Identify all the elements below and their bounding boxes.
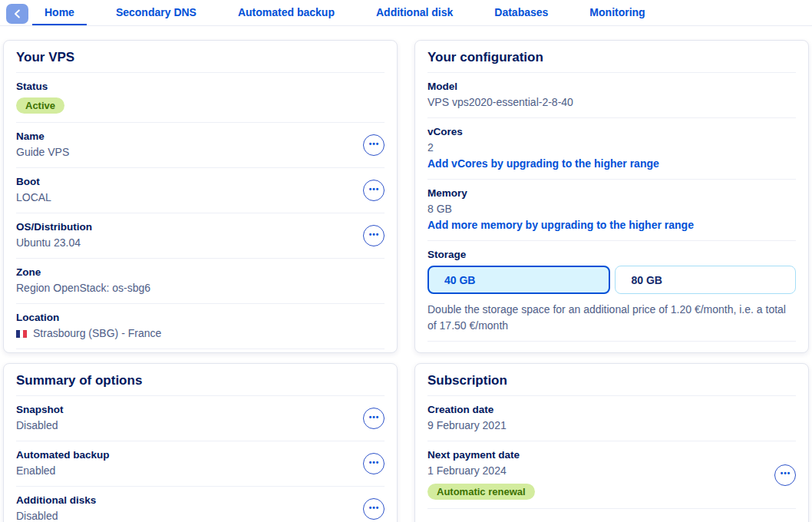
os-value: Ubuntu 23.04 bbox=[16, 236, 385, 249]
status-badge: Active bbox=[16, 97, 64, 114]
os-row: OS/Distribution Ubuntu 23.04 ••• bbox=[16, 213, 385, 259]
zone-row: Zone Region OpenStack: os-sbg6 bbox=[16, 259, 385, 304]
your-configuration-card: Your configuration Model VPS vps2020-ess… bbox=[414, 40, 809, 353]
summary-of-options-title: Summary of options bbox=[16, 364, 385, 396]
next-payment-menu-button[interactable]: ••• bbox=[774, 464, 796, 486]
snapshot-menu-button[interactable]: ••• bbox=[363, 408, 385, 429]
your-vps-title: Your VPS bbox=[16, 41, 385, 73]
tab-databases[interactable]: Databases bbox=[482, 0, 560, 25]
additional-disks-menu-button[interactable]: ••• bbox=[363, 498, 385, 520]
back-button[interactable] bbox=[6, 4, 28, 24]
subscription-title: Subscription bbox=[427, 364, 796, 396]
vcores-label: vCores bbox=[427, 126, 796, 137]
automatic-renewal-badge: Automatic renewal bbox=[427, 484, 535, 500]
location-row: Location Strasbourg (SBG) - France bbox=[16, 304, 385, 349]
vcores-row: vCores 2 Add vCores by upgrading to the … bbox=[427, 118, 796, 180]
additional-disks-value: Disabled bbox=[16, 510, 385, 522]
name-label: Name bbox=[16, 130, 385, 142]
os-label: OS/Distribution bbox=[16, 221, 385, 233]
location-label: Location bbox=[16, 312, 385, 323]
snapshot-value: Disabled bbox=[16, 419, 385, 432]
storage-row: Storage 40 GB 80 GB Double the storage s… bbox=[427, 241, 796, 342]
memory-label: Memory bbox=[427, 187, 796, 199]
tab-automated-backup[interactable]: Automated backup bbox=[226, 0, 347, 25]
tab-bar: Home Secondary DNS Automated backup Addi… bbox=[0, 0, 812, 26]
snapshot-row: Snapshot Disabled ••• bbox=[16, 396, 385, 441]
your-vps-card: Your VPS Status Active Name Guide VPS ••… bbox=[3, 40, 398, 353]
storage-option-80gb[interactable]: 80 GB bbox=[615, 266, 797, 294]
status-row: Status Active bbox=[16, 73, 385, 123]
model-label: Model bbox=[427, 81, 796, 92]
name-menu-button[interactable]: ••• bbox=[363, 134, 385, 156]
summary-of-options-card: Summary of options Snapshot Disabled •••… bbox=[3, 363, 398, 522]
os-menu-button[interactable]: ••• bbox=[363, 225, 385, 246]
dashboard-grid: Your VPS Status Active Name Guide VPS ••… bbox=[3, 40, 809, 522]
tab-additional-disk[interactable]: Additional disk bbox=[364, 0, 465, 25]
model-row: Model VPS vps2020-essential-2-8-40 bbox=[427, 73, 796, 118]
additional-disks-row: Additional disks Disabled ••• bbox=[16, 487, 385, 522]
zone-label: Zone bbox=[16, 266, 385, 278]
add-memory-link[interactable]: Add more memory by upgrading to the high… bbox=[427, 219, 796, 232]
your-configuration-title: Your configuration bbox=[427, 41, 796, 73]
additional-disks-label: Additional disks bbox=[16, 494, 385, 506]
automated-backup-row: Automated backup Enabled ••• bbox=[16, 441, 385, 487]
storage-label: Storage bbox=[427, 249, 796, 260]
tab-home[interactable]: Home bbox=[32, 0, 87, 25]
boot-row: Boot LOCAL ••• bbox=[16, 168, 385, 213]
tab-monitoring[interactable]: Monitoring bbox=[577, 0, 657, 25]
chevron-left-icon bbox=[14, 9, 21, 18]
automated-backup-label: Automated backup bbox=[16, 449, 385, 461]
creation-date-value: 9 February 2021 bbox=[427, 419, 796, 432]
snapshot-label: Snapshot bbox=[16, 404, 385, 415]
storage-note: Double the storage space for an addition… bbox=[427, 302, 788, 334]
model-value: VPS vps2020-essential-2-8-40 bbox=[427, 96, 796, 109]
next-payment-value: 1 February 2024 bbox=[427, 464, 796, 477]
boot-label: Boot bbox=[16, 176, 385, 187]
next-payment-row: Next payment date 1 February 2024 Automa… bbox=[427, 441, 796, 509]
memory-row: Memory 8 GB Add more memory by upgrading… bbox=[427, 180, 796, 241]
name-value: Guide VPS bbox=[16, 146, 385, 159]
memory-value: 8 GB bbox=[427, 203, 796, 216]
storage-option-40gb[interactable]: 40 GB bbox=[427, 266, 610, 294]
creation-date-label: Creation date bbox=[427, 404, 796, 415]
automated-backup-value: Enabled bbox=[16, 464, 385, 477]
tab-secondary-dns[interactable]: Secondary DNS bbox=[104, 0, 209, 25]
status-label: Status bbox=[16, 81, 385, 92]
boot-menu-button[interactable]: ••• bbox=[363, 180, 385, 201]
creation-date-row: Creation date 9 February 2021 bbox=[427, 396, 796, 441]
boot-value: LOCAL bbox=[16, 191, 385, 204]
add-vcores-link[interactable]: Add vCores by upgrading to the higher ra… bbox=[427, 157, 796, 170]
location-value: Strasbourg (SBG) - France bbox=[33, 327, 161, 340]
zone-value: Region OpenStack: os-sbg6 bbox=[16, 282, 385, 295]
next-payment-label: Next payment date bbox=[427, 449, 796, 461]
subscription-card: Subscription Creation date 9 February 20… bbox=[414, 363, 809, 522]
automated-backup-menu-button[interactable]: ••• bbox=[363, 453, 385, 474]
vcores-value: 2 bbox=[427, 141, 796, 154]
france-flag-icon bbox=[16, 330, 27, 338]
name-row: Name Guide VPS ••• bbox=[16, 123, 385, 168]
